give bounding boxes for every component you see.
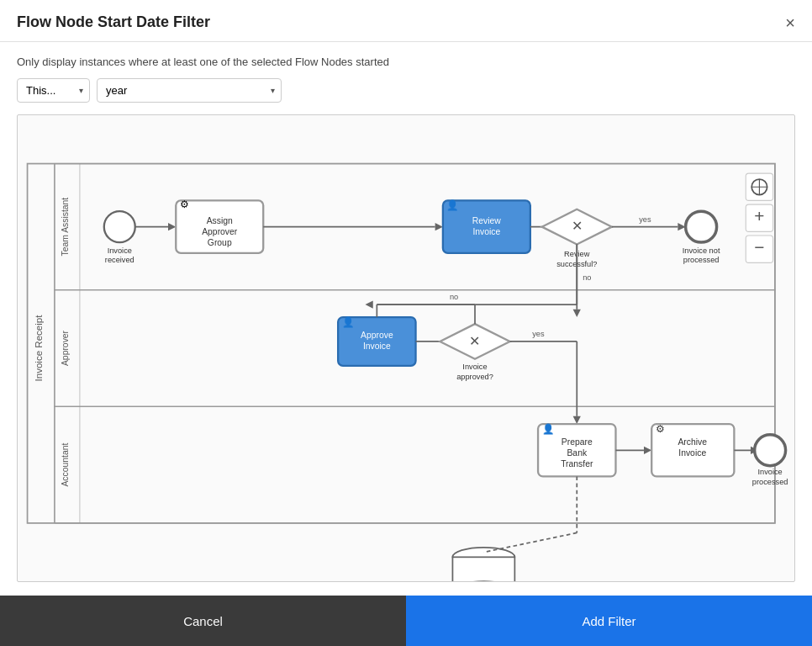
- svg-text:👤: 👤: [542, 423, 555, 435]
- svg-text:Invoice: Invoice: [462, 363, 487, 371]
- svg-text:Invoice: Invoice: [472, 227, 500, 236]
- add-filter-button[interactable]: Add Filter: [406, 596, 812, 646]
- svg-text:✕: ✕: [572, 218, 583, 233]
- period-select-wrap: This... Last... Between ▾: [17, 78, 90, 103]
- yes-label-1: yes: [639, 215, 651, 224]
- unit-select[interactable]: year month week day: [97, 78, 282, 103]
- svg-text:Bank: Bank: [567, 448, 587, 458]
- svg-marker-16: [435, 223, 443, 230]
- svg-text:Review: Review: [472, 216, 502, 225]
- svg-marker-10: [168, 223, 176, 230]
- svg-text:Group: Group: [208, 238, 232, 247]
- lane-approver: Approver: [61, 330, 70, 366]
- cancel-button[interactable]: Cancel: [0, 596, 406, 646]
- svg-text:processed: processed: [752, 478, 788, 486]
- invoice-processed-event[interactable]: [755, 435, 786, 466]
- unit-select-wrap: year month week day ▾: [97, 78, 282, 103]
- dialog-header: Flow Node Start Date Filter ×: [0, 0, 812, 42]
- invoice-not-processed-event[interactable]: [686, 211, 717, 242]
- svg-text:⚙: ⚙: [180, 199, 189, 209]
- svg-text:Transfer: Transfer: [561, 459, 593, 469]
- svg-marker-52: [644, 447, 651, 454]
- filter-row: This... Last... Between ▾ year month wee…: [17, 78, 795, 103]
- invoice-received-label: Invoice: [108, 246, 132, 255]
- close-button[interactable]: ×: [785, 14, 795, 31]
- svg-text:+: +: [754, 206, 764, 225]
- yes-label-2: yes: [532, 330, 545, 338]
- svg-text:👤: 👤: [342, 316, 355, 328]
- svg-marker-71: [365, 300, 372, 308]
- svg-text:Invoice: Invoice: [678, 448, 706, 458]
- svg-text:👤: 👤: [447, 199, 460, 211]
- svg-text:Approve: Approve: [361, 331, 393, 340]
- bpmn-canvas: Invoice Receipt Team Assistant Approver …: [17, 114, 795, 582]
- lane-accountant: Accountant: [61, 443, 70, 487]
- svg-text:−: −: [754, 237, 764, 257]
- period-select[interactable]: This... Last... Between: [17, 78, 90, 103]
- svg-marker-28: [573, 310, 581, 317]
- svg-text:Invoice: Invoice: [363, 342, 391, 351]
- svg-text:Assign: Assign: [207, 216, 233, 225]
- svg-text:⚙: ⚙: [656, 424, 665, 434]
- dialog-footer: Cancel Add Filter: [0, 596, 812, 646]
- db-body: [452, 557, 514, 581]
- svg-marker-45: [573, 416, 581, 424]
- svg-text:✕: ✕: [470, 333, 481, 348]
- svg-text:Prepare: Prepare: [562, 438, 593, 447]
- pool-label: Invoice Receipt: [34, 315, 44, 382]
- svg-text:approved?: approved?: [456, 373, 493, 381]
- svg-text:received: received: [105, 256, 134, 264]
- svg-text:Archive: Archive: [678, 438, 707, 447]
- no-label-2: no: [450, 293, 458, 301]
- no-label-1: no: [583, 273, 591, 282]
- svg-text:Invoice: Invoice: [757, 468, 782, 476]
- svg-text:Invoice not: Invoice not: [683, 246, 720, 255]
- start-event[interactable]: [104, 211, 135, 242]
- dialog-title: Flow Node Start Date Filter: [17, 13, 210, 31]
- description-text: Only display instances where at least on…: [17, 56, 795, 68]
- lane-team-assistant: Team Assistant: [61, 198, 70, 257]
- svg-text:processed: processed: [683, 256, 720, 264]
- svg-text:Approver: Approver: [202, 227, 238, 236]
- dialog-body: Only display instances where at least on…: [0, 42, 812, 596]
- bpmn-diagram: Invoice Receipt Team Assistant Approver …: [18, 115, 794, 581]
- dialog: Flow Node Start Date Filter × Only displ…: [0, 0, 812, 646]
